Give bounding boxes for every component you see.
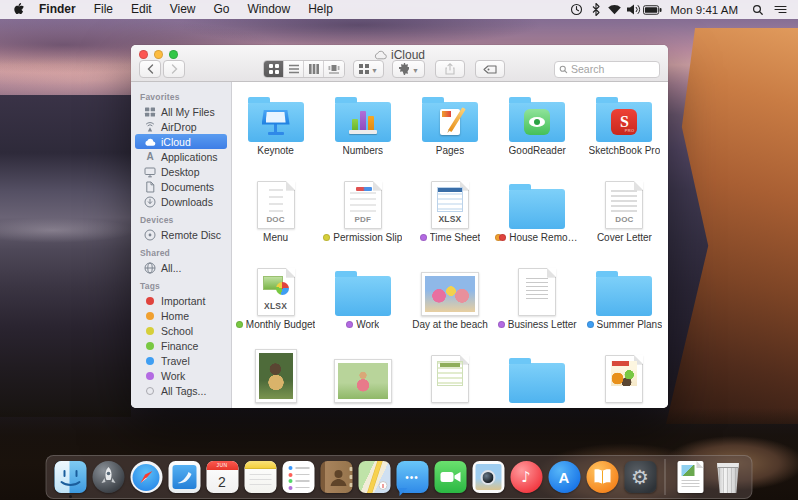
sidebar-item-finance[interactable]: Finance bbox=[135, 338, 227, 353]
photo-image bbox=[425, 276, 475, 312]
dock-ibooks-icon[interactable] bbox=[586, 457, 619, 497]
volume-icon[interactable] bbox=[624, 0, 643, 19]
dock-trash-icon[interactable] bbox=[712, 457, 745, 497]
folder-icon bbox=[509, 102, 565, 142]
file-item-doc[interactable] bbox=[581, 346, 668, 408]
file-item-photo[interactable] bbox=[232, 346, 319, 408]
menu-clock[interactable]: Mon 9:41 AM bbox=[666, 4, 744, 16]
menu-view[interactable]: View bbox=[161, 0, 205, 19]
search-input[interactable] bbox=[571, 63, 655, 75]
icloud-title-icon bbox=[374, 50, 387, 60]
tag-color-dot bbox=[146, 372, 154, 380]
tags-button[interactable] bbox=[475, 60, 505, 78]
document-type-label: XLSX bbox=[432, 214, 468, 224]
file-item-work[interactable]: Work bbox=[319, 259, 406, 346]
sidebar-item-icloud[interactable]: iCloud bbox=[135, 134, 227, 149]
wifi-icon[interactable] bbox=[605, 0, 624, 19]
view-icon-button[interactable] bbox=[264, 61, 284, 77]
sidebar-item-applications[interactable]: AApplications bbox=[135, 149, 227, 164]
view-list-button[interactable] bbox=[284, 61, 304, 77]
notification-center-icon[interactable] bbox=[771, 0, 790, 19]
search-field[interactable] bbox=[554, 61, 660, 78]
file-item-permission-slip[interactable]: PDFPermission Slip bbox=[319, 172, 406, 259]
spotlight-icon[interactable] bbox=[748, 0, 767, 19]
dock-app-store-icon[interactable]: A bbox=[548, 457, 581, 497]
dock-launchpad-icon[interactable] bbox=[92, 457, 125, 497]
sidebar-item-important[interactable]: Important bbox=[135, 293, 227, 308]
dock-contacts-icon[interactable] bbox=[320, 457, 353, 497]
menu-finder[interactable]: Finder bbox=[30, 0, 85, 19]
sidebar-item-home[interactable]: Home bbox=[135, 308, 227, 323]
back-button[interactable] bbox=[139, 60, 161, 78]
clock-icon[interactable] bbox=[567, 0, 586, 19]
file-icon-wrap bbox=[248, 85, 304, 145]
menu-edit[interactable]: Edit bbox=[122, 0, 161, 19]
file-item-doc[interactable] bbox=[406, 346, 493, 408]
menu-go[interactable]: Go bbox=[205, 0, 239, 19]
sidebar-item-travel[interactable]: Travel bbox=[135, 353, 227, 368]
photo-icon bbox=[334, 359, 392, 403]
bluetooth-icon[interactable] bbox=[586, 0, 605, 19]
file-item-cover-letter[interactable]: DOCCover Letter bbox=[581, 172, 668, 259]
forward-button[interactable] bbox=[163, 60, 185, 78]
file-label: Cover Letter bbox=[597, 232, 652, 243]
dock-photo-booth-icon[interactable] bbox=[472, 457, 505, 497]
menu-file[interactable]: File bbox=[85, 0, 122, 19]
sidebar-item-work[interactable]: Work bbox=[135, 368, 227, 383]
battery-icon[interactable] bbox=[643, 0, 662, 19]
file-icon-wrap bbox=[422, 85, 478, 145]
folder-icon bbox=[509, 189, 565, 229]
sidebar-item-remote-disc[interactable]: Remote Disc bbox=[135, 227, 227, 242]
sidebar-item-documents[interactable]: Documents bbox=[135, 179, 227, 194]
sidebar-section-shared: Shared bbox=[131, 242, 231, 260]
view-coverflow-button[interactable] bbox=[324, 61, 344, 77]
dock-reminders-icon[interactable] bbox=[282, 457, 315, 497]
sidebar-item-airdrop[interactable]: AirDrop bbox=[135, 119, 227, 134]
file-item-monthly-budget[interactable]: XLSXMonthly Budget bbox=[232, 259, 319, 346]
file-item-business-letter[interactable]: Business Letter bbox=[494, 259, 581, 346]
tag-dot bbox=[498, 321, 505, 328]
file-item-keynote[interactable]: Keynote bbox=[232, 85, 319, 172]
file-content-area[interactable]: KeynoteNumbersPagesGoodReaderSPROSketchB… bbox=[232, 82, 668, 408]
dock-messages-icon[interactable]: ••• bbox=[396, 457, 429, 497]
file-item-photo[interactable] bbox=[319, 346, 406, 408]
sidebar-item-all-tags[interactable]: All Tags... bbox=[135, 383, 227, 398]
dock-safari-icon[interactable] bbox=[130, 457, 163, 497]
file-item-goodreader[interactable]: GoodReader bbox=[494, 85, 581, 172]
dock-itunes-icon[interactable]: ♪ bbox=[510, 457, 543, 497]
dock-system-preferences-icon[interactable]: ⚙ bbox=[624, 457, 657, 497]
file-item-time-sheet[interactable]: XLSXTime Sheet bbox=[406, 172, 493, 259]
dock-document-icon[interactable] bbox=[674, 457, 707, 497]
dock-calendar-icon[interactable]: JUN2 bbox=[206, 457, 239, 497]
sidebar-item-desktop[interactable]: Desktop bbox=[135, 164, 227, 179]
sidebar-item-all[interactable]: All... bbox=[135, 260, 227, 275]
apple-menu-icon[interactable] bbox=[8, 3, 30, 16]
file-item-sketchbook-pro[interactable]: SPROSketchBook Pro bbox=[581, 85, 668, 172]
dock-notes-icon[interactable] bbox=[244, 457, 277, 497]
sidebar-item-school[interactable]: School bbox=[135, 323, 227, 338]
dock-maps-icon[interactable] bbox=[358, 457, 391, 497]
menu-window[interactable]: Window bbox=[239, 0, 300, 19]
menu-help[interactable]: Help bbox=[299, 0, 342, 19]
file-item-numbers[interactable]: Numbers bbox=[319, 85, 406, 172]
file-item-folder[interactable] bbox=[494, 346, 581, 408]
file-item-day-at-the-beach[interactable]: Day at the beach bbox=[406, 259, 493, 346]
numbers-badge-icon bbox=[335, 102, 391, 142]
file-item-summer-plans[interactable]: Summer Plans bbox=[581, 259, 668, 346]
dock-mail-icon[interactable] bbox=[168, 457, 201, 497]
dock-finder-icon[interactable] bbox=[54, 457, 87, 497]
file-label: Summer Plans bbox=[597, 319, 663, 330]
sidebar-item-downloads[interactable]: Downloads bbox=[135, 194, 227, 209]
file-item-menu[interactable]: DOCMenu bbox=[232, 172, 319, 259]
arrange-button[interactable]: ▼ bbox=[353, 60, 384, 78]
file-label: Day at the beach bbox=[412, 319, 488, 330]
file-item-pages[interactable]: Pages bbox=[406, 85, 493, 172]
file-item-house-remodel[interactable]: House Remodel bbox=[494, 172, 581, 259]
dock-facetime-icon[interactable] bbox=[434, 457, 467, 497]
sidebar-item-all-my-files[interactable]: All My Files bbox=[135, 104, 227, 119]
window-header[interactable]: iCloud bbox=[131, 45, 668, 82]
share-button[interactable] bbox=[435, 60, 465, 78]
view-columns-button[interactable] bbox=[304, 61, 324, 77]
applications-letter: A bbox=[146, 151, 153, 162]
action-gear-button[interactable]: ▼ bbox=[392, 60, 425, 78]
